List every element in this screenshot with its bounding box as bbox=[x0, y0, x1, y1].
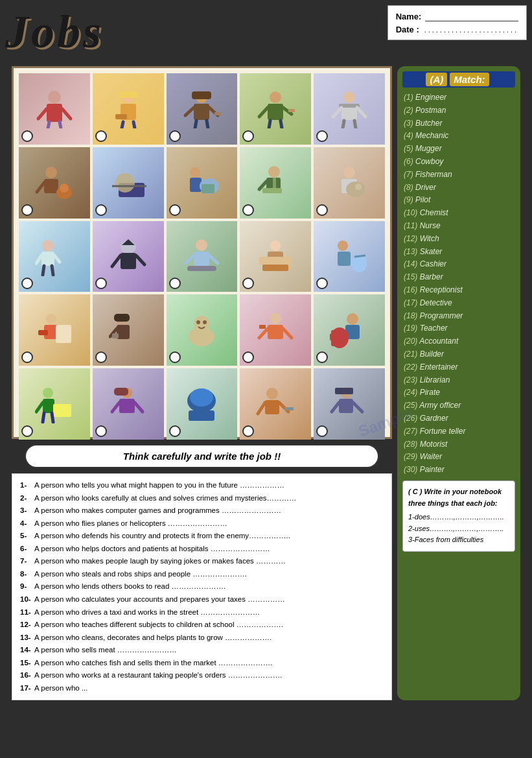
svg-rect-48 bbox=[273, 178, 276, 189]
ex-num-10: 10- bbox=[20, 593, 32, 606]
match-item-7: (7) Fisherman bbox=[402, 169, 515, 182]
pic-circle-7 bbox=[95, 204, 107, 216]
pic-cell-18 bbox=[167, 294, 238, 366]
svg-rect-50 bbox=[262, 188, 282, 193]
ex-text-3: A person who makes computer games and pr… bbox=[34, 504, 281, 517]
pic-circle-12 bbox=[95, 278, 107, 289]
match-item-21: (21) Builder bbox=[402, 348, 515, 361]
exercises-box: 1- A person who tells you what might hap… bbox=[12, 473, 392, 700]
match-item-13: (13) Skater bbox=[402, 246, 515, 259]
svg-point-91 bbox=[203, 320, 207, 324]
pic-cell-16 bbox=[19, 294, 90, 366]
person-icon-20 bbox=[330, 311, 369, 349]
svg-line-5 bbox=[60, 122, 61, 128]
svg-rect-76 bbox=[338, 252, 351, 266]
svg-point-51 bbox=[343, 167, 355, 178]
name-underline bbox=[425, 11, 518, 21]
svg-line-17 bbox=[195, 121, 196, 128]
think-box-text: Think carefully and write the job !! bbox=[123, 451, 281, 462]
svg-line-118 bbox=[258, 403, 265, 414]
pic-cell-6 bbox=[19, 147, 90, 219]
person-icon-4 bbox=[256, 89, 295, 128]
ex-line-12: 12- A person who teaches different subje… bbox=[20, 619, 384, 632]
pic-circle-11 bbox=[21, 278, 33, 289]
match-item-27: (27) Fortune teller bbox=[402, 425, 515, 438]
title-block: Jobs bbox=[5, 5, 387, 59]
match-header-text: Match: bbox=[450, 73, 489, 86]
match-item-1: (1) Engineer bbox=[402, 91, 515, 104]
person-icon-12 bbox=[109, 237, 148, 276]
svg-point-27 bbox=[343, 91, 355, 103]
svg-line-2 bbox=[38, 109, 47, 119]
svg-rect-103 bbox=[43, 399, 54, 413]
svg-line-22 bbox=[259, 108, 268, 117]
info-block: Name: Date : ........................ bbox=[387, 5, 527, 40]
match-item-17: (17) Detective bbox=[402, 297, 515, 310]
person-icon-19 bbox=[256, 311, 295, 349]
pic-cell-21 bbox=[19, 368, 90, 440]
svg-line-38 bbox=[37, 183, 44, 192]
svg-rect-74 bbox=[262, 265, 288, 271]
match-item-25: (25) Army officer bbox=[402, 399, 515, 412]
svg-line-96 bbox=[283, 329, 292, 338]
person-icon-7 bbox=[109, 163, 148, 202]
svg-line-68 bbox=[185, 255, 194, 263]
ex-line-8: 8- A person who steals and robs ships an… bbox=[20, 568, 384, 581]
left-side: Sample Think carefully and write the job… bbox=[12, 66, 392, 700]
main-content: Sample Think carefully and write the job… bbox=[5, 63, 527, 704]
pic-circle-20 bbox=[316, 351, 328, 363]
match-item-11: (11) Nurse bbox=[402, 220, 515, 233]
svg-line-25 bbox=[269, 121, 270, 128]
svg-rect-21 bbox=[268, 104, 283, 120]
ex-text-10: A person who calculates your accounts an… bbox=[34, 593, 285, 606]
svg-point-0 bbox=[48, 91, 61, 104]
ex-num-7: 7- bbox=[20, 555, 32, 568]
svg-rect-67 bbox=[194, 252, 209, 266]
person-icon-25 bbox=[330, 385, 369, 423]
match-item-4: (4) Mechanic bbox=[402, 130, 515, 143]
svg-line-124 bbox=[332, 403, 339, 412]
match-item-15: (15) Barber bbox=[402, 271, 515, 284]
pic-cell-10 bbox=[314, 147, 385, 219]
match-item-30: (30) Painter bbox=[402, 464, 515, 477]
ex-text-16: A person who works at a restaurant takin… bbox=[34, 669, 283, 682]
match-item-6: (6) Cowboy bbox=[402, 156, 515, 169]
svg-line-64 bbox=[112, 255, 121, 266]
svg-line-31 bbox=[357, 108, 365, 117]
right-side: (A)Match: (1) Engineer (2) Postman (3) B… bbox=[397, 66, 520, 700]
person-icon-22 bbox=[109, 385, 148, 423]
svg-rect-93 bbox=[268, 325, 283, 339]
ex-line-5: 5- A person who defends his country and … bbox=[20, 530, 384, 543]
pic-circle-14 bbox=[242, 278, 254, 289]
think-box: Think carefully and write the job !! bbox=[25, 444, 379, 468]
svg-point-53 bbox=[346, 182, 365, 197]
svg-rect-122 bbox=[339, 399, 353, 413]
pic-cell-4 bbox=[240, 73, 311, 145]
ex-line-9: 9- A person who lends others books to re… bbox=[20, 580, 384, 593]
match-item-5: (5) Mugger bbox=[402, 143, 515, 156]
pic-cell-23 bbox=[167, 368, 238, 440]
svg-line-95 bbox=[259, 329, 268, 338]
svg-rect-94 bbox=[259, 325, 266, 329]
ex-line-1: 1- A person who tells you what might hap… bbox=[20, 479, 384, 492]
svg-line-112 bbox=[135, 403, 143, 412]
person-icon-17 bbox=[109, 311, 148, 349]
ex-num-17: 17- bbox=[20, 682, 32, 695]
svg-rect-9 bbox=[115, 114, 127, 119]
ex-line-6: 6- A person who helps doctors and patien… bbox=[20, 543, 384, 556]
pic-cell-8 bbox=[167, 147, 238, 219]
section-c-line2: 2-uses……….,………,……….. bbox=[408, 523, 509, 535]
pic-circle-1 bbox=[21, 130, 33, 142]
match-item-9: (9) Pilot bbox=[402, 194, 515, 207]
ex-num-5: 5- bbox=[20, 530, 32, 543]
svg-point-97 bbox=[347, 313, 358, 325]
pic-circle-16 bbox=[21, 351, 33, 363]
match-item-24: (24) Pirate bbox=[402, 386, 515, 399]
person-icon-5 bbox=[330, 89, 369, 128]
pic-cell-14 bbox=[240, 221, 311, 292]
person-icon-23 bbox=[182, 385, 221, 423]
svg-line-106 bbox=[43, 413, 44, 422]
person-icon-10 bbox=[330, 163, 369, 202]
svg-line-11 bbox=[133, 122, 135, 128]
svg-rect-115 bbox=[189, 410, 214, 421]
